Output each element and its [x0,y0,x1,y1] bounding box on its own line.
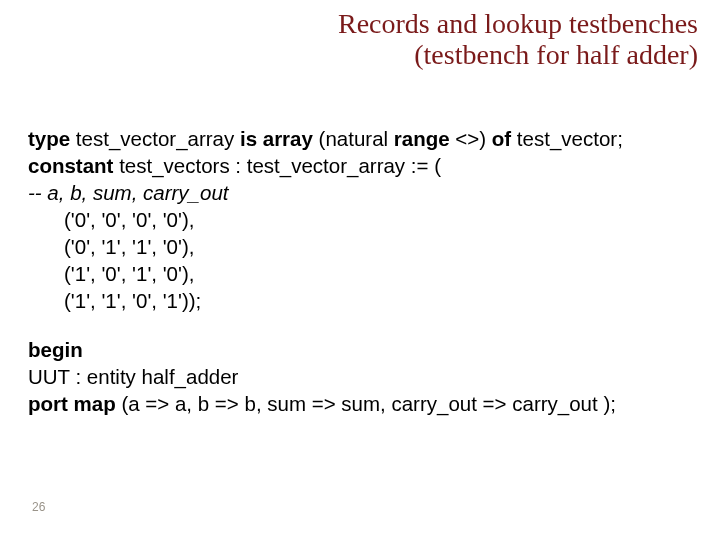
kw-of: of [492,127,517,150]
kw-range: range [394,127,456,150]
kw-port-map: port map [28,392,121,415]
kw-constant: constant [28,154,119,177]
kw-type: type [28,127,76,150]
code-portmap: port map (a => a, b => b, sum => sum, ca… [28,391,694,416]
txt: (natural [319,127,394,150]
txt: <>) [455,127,491,150]
txt: (a => a, b => b, sum => sum, carry_out =… [121,392,616,415]
slide: Records and lookup testbenches (testbenc… [0,0,720,540]
slide-body: type test_vector_array is array (natural… [28,126,694,418]
txt: test_vectors : test_vector_array := ( [119,154,441,177]
code-line-7: ('1', '1', '0', '1')); [28,288,694,313]
kw-begin: begin [28,337,694,362]
txt: test_vector_array [76,127,240,150]
code-line-5: ('0', '1', '1', '0'), [28,234,694,259]
code-block-2: begin UUT : entity half_adder port map (… [28,337,694,416]
title-line-1: Records and lookup testbenches [238,8,698,39]
code-line-4: ('0', '0', '0', '0'), [28,207,694,232]
kw-is-array: is array [240,127,319,150]
title-line-2: (testbench for half adder) [238,39,698,70]
code-line-2: constant test_vectors : test_vector_arra… [28,153,694,178]
code-line-3-comment: -- a, b, sum, carry_out [28,180,694,205]
code-line-1: type test_vector_array is array (natural… [28,126,694,151]
code-uut: UUT : entity half_adder [28,364,694,389]
code-line-6: ('1', '0', '1', '0'), [28,261,694,286]
page-number: 26 [32,500,45,514]
slide-title: Records and lookup testbenches (testbenc… [238,8,698,71]
txt: test_vector; [517,127,623,150]
